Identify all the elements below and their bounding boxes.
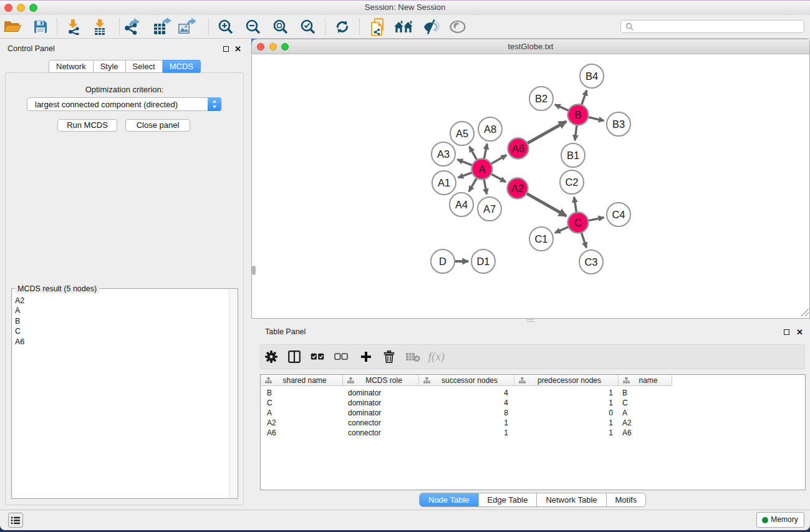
column-header-successor-nodes[interactable]: successor nodes bbox=[419, 375, 514, 386]
node-A8[interactable]: A8 bbox=[478, 117, 502, 141]
cell[interactable]: A6 bbox=[619, 428, 672, 438]
node-C2[interactable]: C2 bbox=[560, 170, 584, 194]
edge-B-B4[interactable] bbox=[581, 90, 587, 107]
open-session-icon[interactable] bbox=[1, 16, 24, 37]
edge-A-A2[interactable] bbox=[490, 173, 506, 182]
splitter-grip[interactable] bbox=[527, 319, 534, 322]
cell[interactable]: 1 bbox=[514, 418, 619, 428]
cell[interactable]: B bbox=[619, 388, 672, 398]
edge-A-A1[interactable] bbox=[458, 172, 474, 178]
edge-A-A6[interactable] bbox=[490, 155, 507, 165]
export-table-icon[interactable] bbox=[151, 16, 173, 37]
tab-network[interactable]: Network bbox=[49, 60, 94, 73]
select-all-icon[interactable] bbox=[306, 346, 329, 367]
table-row-B[interactable]: Bdominator41B bbox=[261, 388, 805, 398]
cell[interactable]: dominator bbox=[343, 388, 419, 398]
node-B[interactable]: B bbox=[568, 105, 589, 125]
table-row-A2[interactable]: A2connector11A2 bbox=[261, 418, 805, 428]
result-scrollbar[interactable] bbox=[229, 289, 237, 498]
tab-select[interactable]: Select bbox=[126, 60, 163, 73]
edge-A-A3[interactable] bbox=[457, 160, 473, 166]
cell[interactable]: 8 bbox=[419, 408, 514, 418]
node-D[interactable]: D bbox=[431, 249, 455, 273]
edge-A-A7[interactable] bbox=[484, 178, 487, 194]
zoom-fit-icon[interactable] bbox=[269, 16, 292, 37]
node-C3[interactable]: C3 bbox=[579, 250, 603, 274]
edge-B-B1[interactable] bbox=[575, 123, 577, 140]
node-A4[interactable]: A4 bbox=[450, 193, 473, 216]
edge-C-C1[interactable] bbox=[555, 226, 570, 233]
control-panel-close-button[interactable]: ✕ bbox=[234, 44, 241, 54]
edge-B-B2[interactable] bbox=[555, 105, 570, 111]
zoom-selected-icon[interactable] bbox=[297, 16, 319, 37]
import-table-icon[interactable] bbox=[89, 16, 111, 37]
add-column-icon[interactable] bbox=[355, 346, 377, 367]
node-B3[interactable]: B3 bbox=[607, 112, 630, 136]
mcds-result-item[interactable]: A2 bbox=[15, 296, 229, 306]
show-columns-icon[interactable] bbox=[283, 346, 306, 367]
node-C[interactable]: C bbox=[568, 213, 589, 233]
edge-B-B3[interactable] bbox=[587, 117, 604, 120]
criterion-dropdown[interactable]: largest connected component (directed) bbox=[27, 97, 221, 111]
function-builder-icon[interactable]: f(x) bbox=[425, 346, 448, 367]
cell[interactable]: 0 bbox=[514, 408, 619, 418]
mcds-result-list[interactable]: A2ABCA6 bbox=[12, 289, 229, 498]
close-panel-button[interactable]: Close panel bbox=[125, 119, 190, 132]
node-B2[interactable]: B2 bbox=[529, 87, 553, 110]
export-network-icon[interactable] bbox=[120, 16, 142, 37]
tab-node-table[interactable]: Node Table bbox=[420, 493, 478, 506]
node-C4[interactable]: C4 bbox=[607, 203, 630, 226]
table-row-A[interactable]: Adominator80A bbox=[261, 408, 805, 418]
canvas-scrollbar-fragment[interactable] bbox=[252, 266, 256, 275]
duplicate-network-icon[interactable] bbox=[366, 16, 388, 37]
node-A5[interactable]: A5 bbox=[450, 122, 474, 145]
column-header-MCDS-role[interactable]: MCDS role bbox=[343, 375, 419, 386]
network-canvas[interactable]: AA6A2BCA1A3A4A5A7A8B1B2B3B4C1C2C3C4DD1 bbox=[252, 55, 809, 318]
cell[interactable]: A6 bbox=[261, 428, 343, 438]
node-A1[interactable]: A1 bbox=[432, 171, 456, 195]
edge-C-C3[interactable] bbox=[581, 231, 587, 248]
settings-icon[interactable] bbox=[260, 346, 282, 367]
home-icon[interactable] bbox=[392, 16, 415, 37]
cell[interactable]: A2 bbox=[261, 418, 343, 428]
node-A6[interactable]: A6 bbox=[508, 138, 529, 159]
cell[interactable]: A bbox=[261, 408, 343, 418]
tab-network-table[interactable]: Network Table bbox=[536, 493, 605, 506]
node-A[interactable]: A bbox=[472, 159, 493, 180]
mcds-result-item[interactable]: A bbox=[15, 306, 229, 316]
cell[interactable]: B bbox=[261, 388, 343, 398]
save-session-icon[interactable] bbox=[29, 16, 52, 37]
table-panel-close-button[interactable]: ✕ bbox=[796, 327, 803, 337]
node-D1[interactable]: D1 bbox=[471, 249, 495, 273]
table-row-A6[interactable]: A6connector11A6 bbox=[261, 428, 805, 438]
table-row-C[interactable]: Cdominator41C bbox=[261, 398, 805, 408]
node-A7[interactable]: A7 bbox=[478, 197, 501, 221]
cell[interactable]: 1 bbox=[514, 388, 619, 398]
mcds-result-item[interactable]: C bbox=[15, 326, 229, 336]
edge-C-C4[interactable] bbox=[587, 218, 604, 221]
tab-motifs[interactable]: Motifs bbox=[606, 493, 646, 506]
cell[interactable]: 1 bbox=[514, 398, 619, 408]
tab-mcds[interactable]: MCDS bbox=[163, 60, 201, 73]
memory-button[interactable]: Memory bbox=[756, 512, 804, 528]
edge-A-A8[interactable] bbox=[484, 144, 487, 160]
edge-A-A4[interactable] bbox=[469, 177, 478, 192]
table-panel-float-button[interactable] bbox=[784, 328, 789, 337]
import-network-icon[interactable] bbox=[62, 16, 85, 37]
node-B1[interactable]: B1 bbox=[561, 143, 585, 167]
search-box[interactable] bbox=[620, 20, 804, 33]
cell[interactable]: dominator bbox=[343, 408, 419, 418]
cell[interactable]: C bbox=[619, 398, 672, 408]
resize-grip-icon[interactable] bbox=[801, 308, 809, 317]
eye-icon[interactable] bbox=[446, 16, 469, 37]
delete-column-icon[interactable] bbox=[378, 346, 400, 367]
cell[interactable]: 4 bbox=[419, 388, 514, 398]
mcds-result-item[interactable]: B bbox=[15, 316, 229, 326]
column-header-shared-name[interactable]: shared name bbox=[261, 375, 343, 386]
cell[interactable]: C bbox=[261, 398, 343, 408]
zoom-out-icon[interactable] bbox=[242, 16, 264, 37]
column-header-predecessor-nodes[interactable]: predecessor nodes bbox=[514, 375, 619, 386]
edge-A-A5[interactable] bbox=[470, 147, 478, 161]
edge-C-C2[interactable] bbox=[574, 197, 577, 214]
deselect-all-icon[interactable] bbox=[330, 346, 352, 367]
